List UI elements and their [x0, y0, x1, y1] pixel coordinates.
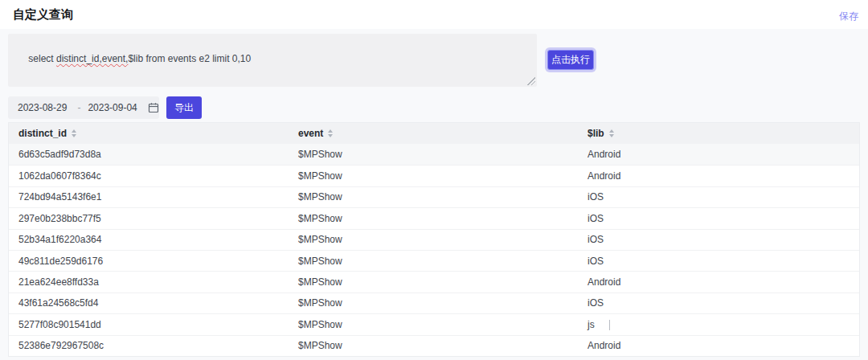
cell-lib: iOS: [578, 297, 859, 309]
date-range-picker[interactable]: 2023-08-29 - 2023-09-04: [8, 96, 159, 119]
column-header-label: distinct_id: [18, 128, 67, 139]
cell-event: $MPShow: [289, 256, 578, 267]
top-bar: 自定义查询 保存: [0, 0, 868, 29]
cell-lib: iOS: [578, 191, 859, 202]
export-button[interactable]: 导出: [166, 96, 202, 119]
table-row: 49c811de259d6176 $MPShow iOS: [9, 250, 859, 271]
table-row: 1062da0607f8364c $MPShow Android: [9, 165, 859, 186]
cell-distinct-id: 21ea624ee8ffd33a: [9, 276, 289, 288]
cell-event: $MPShow: [289, 191, 578, 202]
cell-event: $MPShow: [289, 319, 578, 330]
cell-lib: Android: [578, 170, 859, 182]
table-row: 724bd94a5143f6e1 $MPShow iOS: [9, 186, 859, 207]
table-row: 297e0b238bbc77f5 $MPShow iOS: [9, 207, 859, 228]
sort-icon: [609, 129, 614, 137]
cell-lib: Android: [578, 276, 859, 288]
column-header-label: event: [298, 128, 323, 139]
cell-event: $MPShow: [289, 340, 578, 351]
execute-query-button[interactable]: 点击执行: [547, 50, 594, 70]
date-range-end[interactable]: 2023-09-04: [88, 102, 137, 113]
custom-query-page: 自定义查询 保存 select distinct_id,event,$lib f…: [0, 0, 868, 360]
sort-ascending-icon: [609, 129, 614, 133]
sql-text-plain: select: [28, 53, 56, 64]
date-range-separator: -: [77, 102, 80, 113]
cell-distinct-id: 5277f08c901541dd: [9, 319, 289, 330]
table-row: 52b34a1f6220a364 $MPShow iOS: [9, 229, 859, 250]
table-row: 43f61a24568c5fd4 $MPShow iOS: [9, 292, 859, 313]
cell-event: $MPShow: [289, 234, 578, 245]
page-title: 自定义查询: [13, 7, 73, 22]
sort-descending-icon: [72, 134, 76, 137]
cell-event: $MPShow: [289, 213, 578, 224]
sql-query-textarea[interactable]: select distinct_id,event,$lib from event…: [8, 34, 537, 87]
calendar-icon[interactable]: [148, 102, 159, 113]
table-row: 5277f08c901541dd $MPShow js: [9, 313, 859, 334]
table-row: 52386e792967508c $MPShow Android: [9, 335, 859, 356]
cell-distinct-id: 52b34a1f6220a364: [9, 234, 289, 245]
sort-descending-icon: [609, 134, 614, 137]
column-header-lib[interactable]: $lib: [578, 123, 859, 144]
cell-event: $MPShow: [289, 149, 578, 160]
cell-lib: iOS: [578, 234, 859, 245]
sort-icon: [328, 129, 333, 137]
date-range-start[interactable]: 2023-08-29: [18, 102, 67, 113]
sort-ascending-icon: [328, 129, 333, 133]
cell-lib: iOS: [578, 256, 859, 267]
sql-text-plain: $lib from events e2 limit 0,10: [128, 53, 251, 64]
table-header-row: distinct_id event $lib: [9, 123, 859, 144]
column-header-label: $lib: [588, 128, 604, 139]
cell-distinct-id: 49c811de259d6176: [9, 256, 289, 267]
results-table: distinct_id event $lib 6d63c5adf9d73d8a …: [8, 122, 860, 357]
sort-icon: [72, 129, 76, 137]
table-body: 6d63c5adf9d73d8a $MPShow Android 1062da0…: [9, 144, 859, 356]
cell-lib: js: [578, 319, 859, 330]
cell-lib: Android: [578, 149, 859, 160]
table-row: 6d63c5adf9d73d8a $MPShow Android: [9, 144, 859, 165]
column-header-event[interactable]: event: [289, 123, 578, 144]
cell-distinct-id: 724bd94a5143f6e1: [9, 191, 289, 202]
column-header-distinct_id[interactable]: distinct_id: [9, 123, 289, 144]
cell-distinct-id: 1062da0607f8364c: [9, 170, 289, 182]
cell-distinct-id: 52386e792967508c: [9, 340, 289, 351]
cell-event: $MPShow: [289, 297, 578, 309]
textarea-resize-handle-icon[interactable]: [527, 77, 535, 85]
save-link[interactable]: 保存: [839, 10, 858, 23]
cell-lib: iOS: [578, 213, 859, 224]
cell-distinct-id: 297e0b238bbc77f5: [9, 213, 289, 224]
cell-lib: Android: [578, 340, 859, 351]
cell-distinct-id: 6d63c5adf9d73d8a: [9, 149, 289, 160]
sort-ascending-icon: [72, 129, 76, 133]
cell-event: $MPShow: [289, 276, 578, 288]
table-row: 21ea624ee8ffd33a $MPShow Android: [9, 271, 859, 292]
sort-descending-icon: [328, 134, 333, 137]
cell-event: $MPShow: [289, 170, 578, 182]
sql-text-misspelled: distinct_id,event,: [56, 53, 128, 64]
cell-distinct-id: 43f61a24568c5fd4: [9, 297, 289, 309]
text-cursor: [609, 320, 610, 330]
